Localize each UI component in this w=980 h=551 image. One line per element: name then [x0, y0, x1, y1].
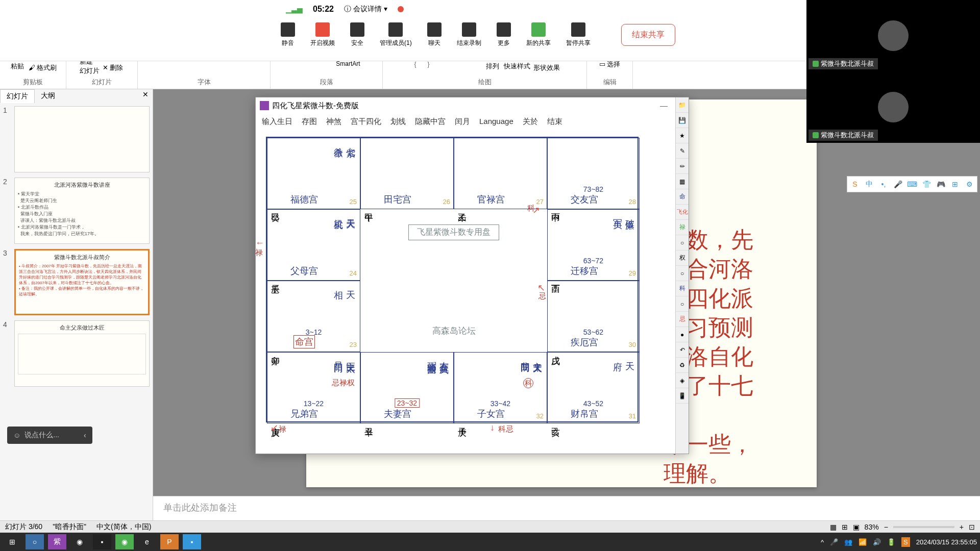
minimize-icon[interactable]: — [660, 101, 668, 110]
taskbar-ppt[interactable]: P [160, 534, 179, 549]
ime-skin-icon[interactable]: 👕 [921, 179, 932, 190]
window-title-bar[interactable]: 四化飞星紫微斗数-免费版 — ✕ [256, 97, 689, 114]
ime-grid-icon[interactable]: ⊞ [949, 179, 961, 190]
ime-game-icon[interactable]: 🎮 [935, 179, 946, 190]
video-participant[interactable]: 紫微斗数北派斗叔 [806, 71, 980, 143]
slide-panel: 幻灯片 大纲 ✕ 1 2 北派河洛紫微斗数讲座 • 紫天学堂 楚天云阁老师门生 … [0, 89, 153, 520]
ime-voice-icon[interactable]: 🎤 [892, 179, 903, 190]
avatar [878, 20, 909, 51]
side-feihua[interactable]: 飞化 [676, 205, 689, 220]
side-radio1[interactable]: ○ [676, 235, 689, 251]
new-share-button[interactable]: 新的共享 [526, 22, 551, 47]
menu-shensha[interactable]: 神煞 [326, 117, 341, 127]
side-star-icon[interactable]: ★ [676, 128, 689, 143]
side-grid-icon[interactable]: ▦ [676, 174, 689, 189]
taskbar-app[interactable]: 紫 [48, 534, 66, 549]
side-lu[interactable]: 禄 [676, 220, 689, 235]
side-radio4[interactable]: ● [676, 327, 689, 342]
end-share-button[interactable]: 结束共享 [621, 24, 675, 46]
tray-people-icon[interactable]: 👥 [844, 538, 852, 546]
side-radio3[interactable]: ○ [676, 296, 689, 312]
taskbar-browser[interactable]: e [138, 534, 156, 549]
security-button[interactable]: 安全 [350, 22, 364, 47]
slide-thumb[interactable]: 2 北派河洛紫微斗数讲座 • 紫天学堂 楚天云阁老师门生 • 北派斗数作品 紫微… [3, 178, 150, 244]
tray-volume-icon[interactable]: 🔊 [873, 538, 881, 546]
slide-thumb[interactable]: 4 命主父亲做过木匠 [3, 320, 150, 387]
pause-share-button[interactable]: 暂停共享 [566, 22, 591, 47]
side-diamond-icon[interactable]: ◈ [676, 373, 689, 388]
view-sorter-icon[interactable]: ⊞ [842, 523, 848, 531]
zoom-slider[interactable] [893, 526, 954, 528]
ime-keyboard-icon[interactable]: ⌨ [906, 179, 918, 190]
panel-tab-slides[interactable]: 幻灯片 [0, 89, 35, 103]
chat-button[interactable]: 聊天 [427, 22, 442, 47]
signal-icon: ▁▃▅ [286, 5, 303, 13]
taskbar-app[interactable]: ○ [26, 534, 44, 549]
taskbar-meeting[interactable]: ▪ [183, 534, 201, 549]
palace-cell: 丙申 73~82 交友宫 28 [547, 138, 640, 209]
tray-chevron-icon[interactable]: ^ [821, 538, 824, 546]
notes-pane[interactable]: 单击此处添加备注 [153, 496, 980, 520]
say-something-bar[interactable]: ☺说点什么...‹ [7, 427, 92, 444]
menu-lines[interactable]: 划线 [390, 117, 406, 127]
side-pencil-icon[interactable]: ✏ [676, 159, 689, 174]
side-pen-icon[interactable]: ✎ [676, 143, 689, 159]
fit-icon[interactable]: ⊡ [969, 523, 975, 531]
format-painter-button[interactable]: 🖌 格式刷 [29, 63, 57, 72]
ime-toolbar[interactable]: S 中 •, 🎤 ⌨ 👕 🎮 ⊞ ⚙ [847, 176, 977, 192]
panel-tab-outline[interactable]: 大纲 [35, 89, 61, 103]
menu-input-birth[interactable]: 输入生日 [262, 117, 292, 127]
menu-sihua[interactable]: 宫干四化 [351, 117, 381, 127]
view-normal-icon[interactable]: ▦ [830, 523, 837, 531]
video-participant[interactable]: 紫微斗数北派斗叔 [806, 0, 980, 71]
video-button[interactable]: 开启视频 [310, 22, 335, 47]
side-undo-icon[interactable]: ↶ [676, 342, 689, 358]
menu-hide-center[interactable]: 隐藏中宫 [415, 117, 446, 127]
side-ke[interactable]: 科 [676, 281, 689, 296]
side-quan[interactable]: 权 [676, 251, 689, 266]
app-icon [260, 101, 269, 110]
menu-leap[interactable]: 闰月 [455, 117, 470, 127]
tray-mic-icon[interactable]: 🎤 [830, 538, 838, 546]
taskbar-app[interactable]: ▪ [93, 534, 111, 549]
taskbar-wechat[interactable]: ◉ [115, 534, 134, 549]
mute-button[interactable]: 静音 [281, 22, 295, 47]
ime-punct[interactable]: •, [878, 179, 889, 190]
menu-about[interactable]: 关於 [523, 117, 538, 127]
more-button[interactable]: 更多 [497, 22, 511, 47]
panel-close-icon[interactable]: ✕ [138, 89, 153, 103]
slide-thumb[interactable]: 3 紫微斗数北派斗叔简介 • 斗叔简介：2007年 开始学习紫微斗数，先后历经一… [3, 249, 150, 315]
side-radio2[interactable]: ○ [676, 266, 689, 281]
tray-datetime[interactable]: 2024/03/15 23:55:05 [916, 538, 977, 546]
side-recycle-icon[interactable]: ♻ [676, 358, 689, 373]
tray-wifi-icon[interactable]: 📶 [859, 538, 867, 546]
side-mobile-icon[interactable]: 📱 [676, 388, 689, 404]
delete-button[interactable]: ✕ 删除 [103, 63, 125, 72]
side-open-icon[interactable]: 📁 [676, 97, 689, 113]
menu-save-image[interactable]: 存图 [302, 117, 317, 127]
zoom-out-icon[interactable]: − [884, 523, 888, 531]
tray-ime-icon[interactable]: S [901, 537, 910, 547]
taskbar-chrome[interactable]: ◉ [70, 534, 89, 549]
ime-settings-icon[interactable]: ⚙ [964, 179, 975, 190]
meeting-details-button[interactable]: ⓘ 会议详情 ▾ [344, 5, 387, 14]
zoom-percent[interactable]: 83% [865, 523, 879, 531]
palace-cell: 文巨太 昌门阳 忌禄权 庚寅 13~22 兄弟宫 ↙ 禄 [267, 352, 360, 423]
ime-logo-icon[interactable]: S [849, 179, 861, 190]
stop-record-button[interactable]: 结束录制 [457, 22, 481, 47]
theme-name: "暗香扑面" [53, 522, 86, 532]
view-slideshow-icon[interactable]: ▣ [853, 523, 860, 531]
center-forum: 高森岛论坛 [432, 325, 476, 337]
zoom-in-icon[interactable]: + [960, 523, 964, 531]
start-button[interactable]: ⊞ [3, 534, 21, 549]
side-ji[interactable]: 忌 [676, 312, 689, 327]
side-ming[interactable]: 命 [676, 189, 689, 205]
ime-lang[interactable]: 中 [864, 179, 875, 190]
menu-exit[interactable]: 结束 [547, 117, 562, 127]
slide-thumb[interactable]: 1 [3, 106, 150, 172]
members-button[interactable]: 管理成员(1) [380, 22, 412, 47]
shape-effects-button[interactable]: 形状效果 [533, 63, 560, 72]
tray-battery-icon[interactable]: 🔋 [887, 538, 895, 546]
menu-language[interactable]: Language [479, 117, 513, 127]
side-save-icon[interactable]: 💾 [676, 113, 689, 128]
